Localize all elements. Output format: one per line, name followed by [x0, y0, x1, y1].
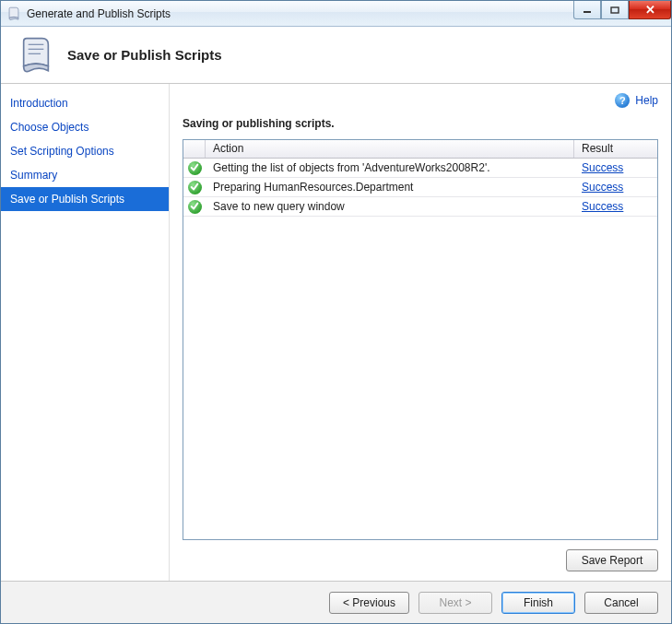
svg-rect-1: [611, 7, 619, 13]
sidebar-item-choose-objects[interactable]: Choose Objects: [1, 115, 169, 139]
progress-grid: Action Result Getting the list of object…: [183, 139, 658, 540]
action-cell: Save to new query window: [206, 200, 574, 213]
section-subheading: Saving or publishing scripts.: [183, 117, 658, 130]
status-cell: [183, 200, 206, 214]
finish-button[interactable]: Finish: [501, 592, 575, 614]
app-icon: [6, 6, 21, 21]
status-cell: [183, 161, 206, 175]
sidebar-item-introduction[interactable]: Introduction: [1, 91, 169, 115]
sidebar-item-summary[interactable]: Summary: [1, 163, 169, 187]
grid-body: Getting the list of objects from 'Advent…: [183, 159, 657, 539]
wizard-footer: < Previous Next > Finish Cancel: [1, 581, 671, 623]
wizard-main: ? Help Saving or publishing scripts. Act…: [170, 84, 671, 581]
table-row: Getting the list of objects from 'Advent…: [183, 159, 657, 178]
cancel-button[interactable]: Cancel: [584, 592, 658, 614]
result-link[interactable]: Success: [574, 161, 657, 174]
status-cell: [183, 181, 206, 194]
success-icon: [188, 161, 202, 175]
col-action: Action: [206, 140, 574, 158]
success-icon: [188, 181, 202, 194]
minimize-button[interactable]: [573, 1, 601, 19]
table-row: Save to new query windowSuccess: [183, 197, 657, 217]
next-button: Next >: [419, 592, 492, 614]
success-icon: [188, 200, 202, 214]
sidebar-item-set-scripting-options[interactable]: Set Scripting Options: [1, 139, 169, 163]
maximize-button[interactable]: [601, 1, 629, 19]
col-result: Result: [574, 140, 657, 158]
action-cell: Preparing HumanResources.Department: [206, 181, 574, 194]
wizard-window: Generate and Publish Scripts ✕ Save or P…: [0, 0, 672, 624]
save-report-row: Save Report: [183, 549, 658, 571]
window-controls: ✕: [573, 1, 671, 19]
save-report-button[interactable]: Save Report: [566, 549, 658, 571]
help-icon: ?: [615, 93, 630, 108]
window-title: Generate and Publish Scripts: [27, 7, 171, 20]
previous-button[interactable]: < Previous: [329, 592, 409, 614]
grid-header: Action Result: [183, 140, 657, 159]
help-row: ? Help: [183, 91, 658, 110]
help-link[interactable]: Help: [635, 94, 658, 107]
wizard-header: Save or Publish Scripts: [1, 27, 671, 84]
result-link[interactable]: Success: [574, 181, 657, 194]
table-row: Preparing HumanResources.DepartmentSucce…: [183, 178, 657, 197]
titlebar: Generate and Publish Scripts ✕: [1, 1, 671, 27]
wizard-sidebar: IntroductionChoose ObjectsSet Scripting …: [1, 84, 170, 581]
result-link[interactable]: Success: [574, 200, 657, 213]
col-status: [183, 140, 206, 158]
close-button[interactable]: ✕: [629, 1, 671, 19]
page-title: Save or Publish Scripts: [67, 47, 222, 63]
svg-rect-0: [584, 11, 591, 13]
script-icon: [18, 35, 54, 76]
action-cell: Getting the list of objects from 'Advent…: [206, 161, 574, 174]
sidebar-item-save-or-publish-scripts[interactable]: Save or Publish Scripts: [1, 187, 169, 211]
wizard-body: IntroductionChoose ObjectsSet Scripting …: [1, 84, 671, 581]
